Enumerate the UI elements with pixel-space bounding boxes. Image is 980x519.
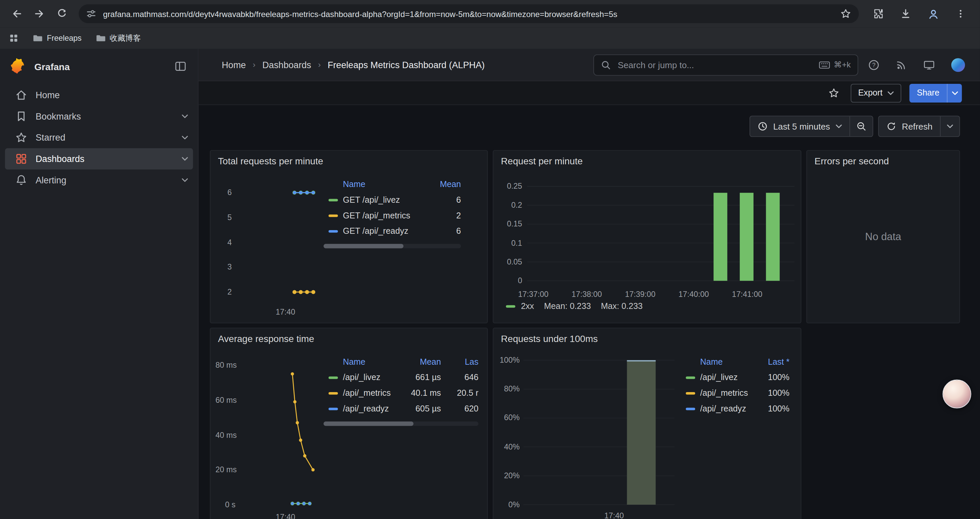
home-icon <box>15 89 27 101</box>
keyboard-icon <box>819 61 830 69</box>
share-menu-button[interactable] <box>947 83 962 102</box>
apps-grid-icon[interactable] <box>9 33 19 43</box>
legend-row: /api/_metrics40.1 ms20.5 r <box>323 385 478 401</box>
series-label[interactable]: 2xx <box>521 302 534 311</box>
refresh-interval-button[interactable] <box>940 116 959 136</box>
time-range-picker[interactable]: Last 5 minutes <box>750 116 850 136</box>
legend-value: 620 <box>441 404 478 414</box>
search-box[interactable]: ⌘+k <box>593 54 858 75</box>
legend-column-header[interactable]: Name <box>681 357 752 366</box>
downloads-button[interactable] <box>895 3 916 24</box>
legend-series[interactable]: GET /api/_livez <box>323 195 432 204</box>
sidebar-item-starred[interactable]: Starred <box>5 127 193 148</box>
bookmark-icon <box>15 110 27 123</box>
forward-button[interactable] <box>29 3 50 24</box>
browser-toolbar <box>0 0 980 27</box>
search-input[interactable] <box>616 59 813 70</box>
legend-table: NameLast */api/_livez100%/api/_metrics10… <box>681 353 795 417</box>
time-controls: Last 5 minutes Refresh <box>749 115 960 137</box>
series-color-dash <box>686 407 695 410</box>
extensions-button[interactable] <box>868 3 889 24</box>
legend-scrollbar[interactable] <box>323 244 461 248</box>
chevron-down-icon <box>182 178 188 182</box>
address-bar[interactable] <box>79 4 859 23</box>
zoom-out-button[interactable] <box>850 116 873 136</box>
panel-requests-under-100ms: Requests under 100ms 100%80%60%40%20%0%1… <box>493 327 801 519</box>
legend-row: GET /api/_readyz6 <box>323 223 461 239</box>
legend-scrollbar[interactable] <box>323 422 478 426</box>
legend-column-header[interactable]: Name <box>323 179 432 188</box>
legend-series[interactable]: /api/_readyz <box>681 404 752 414</box>
series-color-dash <box>506 305 515 307</box>
legend-series[interactable]: GET /api/_readyz <box>323 227 432 236</box>
collapse-sidebar-icon[interactable] <box>174 60 186 72</box>
scrollbar-thumb[interactable] <box>323 244 403 248</box>
bookmark-folder-freeleaps[interactable]: Freeleaps <box>32 33 81 43</box>
sidebar-item-alerting[interactable]: Alerting <box>5 169 193 191</box>
panel-title[interactable]: Total requests per minute <box>218 156 323 166</box>
scrollbar-thumb[interactable] <box>323 422 413 426</box>
legend-column-header[interactable]: Last * <box>752 357 789 366</box>
sidebar-item-bookmarks[interactable]: Bookmarks <box>5 105 193 127</box>
display-icon[interactable] <box>923 59 935 70</box>
legend-row: /api/_livez661 µs646 <box>323 370 478 385</box>
legend-series[interactable]: GET /api/_metrics <box>323 211 432 220</box>
favorite-dashboard-button[interactable] <box>825 84 842 102</box>
header-icons: ? <box>868 58 968 72</box>
bookmark-label: Freeleaps <box>47 34 81 42</box>
legend-row: /api/_readyz100% <box>681 401 789 417</box>
panel-requests-per-minute: Request per minute 0.250.20.150.10.05017… <box>493 150 801 323</box>
legend-series[interactable]: /api/_metrics <box>681 388 752 398</box>
breadcrumb-dashboards[interactable]: Dashboards <box>262 60 311 70</box>
legend-series[interactable]: /api/_livez <box>323 373 400 382</box>
legend-series[interactable]: /api/_readyz <box>323 404 400 414</box>
bookmark-folder-blogs[interactable]: 收藏博客 <box>95 33 141 43</box>
sidebar-item-home[interactable]: Home <box>5 85 193 106</box>
legend-value: 6 <box>432 227 461 236</box>
site-settings-icon[interactable] <box>86 9 96 19</box>
sidebar-item-label: Alerting <box>36 175 66 185</box>
profile-button[interactable] <box>923 3 944 24</box>
sidebar-item-label: Dashboards <box>36 154 84 164</box>
share-button[interactable]: Share <box>909 83 962 102</box>
requests-per-minute-plot <box>498 176 797 321</box>
back-button[interactable] <box>6 3 28 24</box>
chevron-down-icon <box>951 91 958 94</box>
time-range-label: Last 5 minutes <box>773 121 830 131</box>
legend-value: 20.5 r <box>441 388 478 398</box>
panel-title[interactable]: Request per minute <box>501 156 583 166</box>
legend-value: 40.1 ms <box>400 388 441 398</box>
back-icon <box>11 8 23 19</box>
refresh-button[interactable]: Refresh <box>879 116 940 136</box>
legend-column-header[interactable]: Las <box>441 357 478 366</box>
reload-button[interactable] <box>51 3 73 24</box>
dashboard-canvas: Last 5 minutes Refresh <box>199 105 980 519</box>
news-icon[interactable] <box>896 59 907 70</box>
series-name: /api/_readyz <box>700 404 746 414</box>
legend-series[interactable]: /api/_livez <box>681 373 752 382</box>
grafana-logo[interactable] <box>10 58 26 75</box>
share-label: Share <box>909 83 947 102</box>
panel-title[interactable]: Average response time <box>218 333 314 344</box>
panel-title[interactable]: Requests under 100ms <box>501 333 598 344</box>
bookmark-star-icon[interactable] <box>840 8 851 19</box>
bookmark-label: 收藏博客 <box>110 33 141 43</box>
legend-series[interactable]: /api/_metrics <box>323 388 400 398</box>
user-avatar[interactable] <box>951 58 965 72</box>
sidebar-item-dashboards[interactable]: Dashboards <box>5 148 193 170</box>
chevron-down-icon <box>947 125 953 128</box>
breadcrumb-home[interactable]: Home <box>222 60 246 70</box>
dashboard-actions-bar: Export Share <box>199 81 980 105</box>
legend-column-header[interactable]: Mean <box>400 357 441 366</box>
url-input[interactable] <box>102 8 834 19</box>
series-color-dash <box>329 407 338 410</box>
browser-menu-button[interactable] <box>950 3 971 24</box>
export-button[interactable]: Export <box>851 83 901 102</box>
refresh-group: Refresh <box>878 115 960 137</box>
help-icon[interactable]: ? <box>868 59 880 70</box>
legend-column-header[interactable]: Mean <box>432 179 461 188</box>
floating-avatar[interactable] <box>943 380 971 409</box>
profile-icon <box>927 8 939 20</box>
legend-column-header[interactable]: Name <box>323 357 400 366</box>
breadcrumb-current: Freeleaps Metrics Dashboard (ALPHA) <box>328 60 485 70</box>
